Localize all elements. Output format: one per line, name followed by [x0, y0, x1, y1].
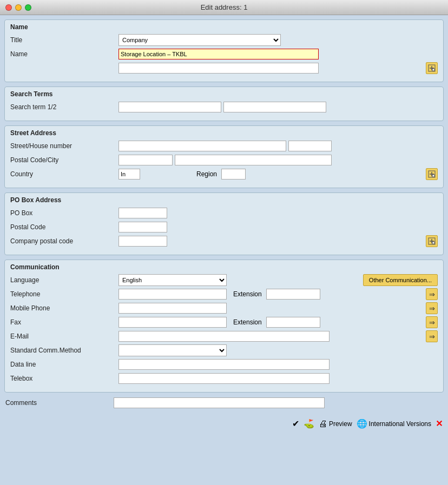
mobile-row: Mobile Phone ⇒ [10, 302, 438, 314]
name-icon-button[interactable] [426, 62, 438, 74]
data-line-row: Data line [10, 358, 438, 370]
title-select[interactable]: Company [118, 34, 281, 46]
fax-arrow-button[interactable]: ⇒ [426, 316, 438, 328]
x-icon: ✕ [436, 418, 443, 429]
printer-icon: 🖨 [319, 419, 327, 429]
company-postal-input[interactable] [118, 236, 167, 247]
telephone-arrow-button[interactable]: ⇒ [426, 288, 438, 300]
fax-row: Fax Extension ⇒ [10, 316, 438, 328]
language-row: Language English Other Communication... [10, 274, 438, 286]
comments-row: Comments [4, 397, 444, 409]
search-term1-input[interactable] [118, 102, 221, 112]
flag-icon: ⛳ [304, 418, 314, 429]
window-controls [5, 4, 31, 11]
search-term-label: Search term 1/2 [10, 103, 118, 111]
fax-controls: Extension ⇒ [118, 316, 438, 328]
po-box-row: PO Box [10, 207, 438, 219]
mobile-input[interactable] [118, 303, 227, 314]
name-controls [118, 49, 438, 59]
comments-label: Comments [5, 399, 114, 407]
name2-controls [118, 62, 438, 74]
po-box-label: PO Box [10, 209, 118, 217]
telephone-input[interactable] [118, 289, 227, 300]
po-postal-input[interactable] [118, 222, 167, 232]
main-content: Name Title Company Name [0, 15, 448, 415]
city-input[interactable] [175, 155, 332, 165]
name-section-title: Name [10, 23, 438, 31]
close-x-button[interactable]: ✕ [436, 418, 443, 429]
comments-controls [114, 397, 443, 408]
company-postal-label: Company postal code [10, 237, 118, 245]
fax-input[interactable] [118, 317, 227, 328]
title-controls: Company [118, 34, 438, 46]
std-comm-select[interactable] [118, 344, 227, 356]
svg-rect-3 [432, 69, 434, 71]
email-arrow-button[interactable]: ⇒ [426, 330, 438, 342]
other-communication-button[interactable]: Other Communication... [363, 274, 438, 286]
po-box-title: PO Box Address [10, 196, 438, 204]
data-line-input[interactable] [118, 359, 330, 370]
search-term-row: Search term 1/2 [10, 101, 438, 113]
street-input[interactable] [118, 141, 286, 151]
svg-rect-11 [432, 242, 434, 244]
street-label: Street/House number [10, 142, 118, 150]
std-comm-label: Standard Comm.Method [10, 347, 118, 354]
mobile-arrow-button[interactable]: ⇒ [426, 302, 438, 314]
house-number-input[interactable] [288, 141, 332, 151]
email-input[interactable] [118, 331, 330, 342]
company-postal-row: Company postal code [10, 235, 438, 247]
postal-code-input[interactable] [118, 155, 173, 165]
country-label: Country [10, 170, 118, 178]
po-box-input[interactable] [118, 208, 167, 218]
country-icon-button[interactable] [426, 168, 438, 180]
postal-row: Postal Code/City [10, 154, 438, 166]
title-label: Title [10, 36, 118, 44]
postal-controls [118, 155, 438, 165]
title-row: Title Company [10, 34, 438, 46]
telephone-controls: Extension ⇒ [118, 288, 438, 300]
po-box-icon-button[interactable] [426, 235, 438, 247]
checkmark-button[interactable]: ✔ [292, 418, 299, 429]
fax-ext-label: Extension [233, 318, 262, 326]
svg-rect-7 [432, 175, 434, 177]
preview-button[interactable]: 🖨 Preview [319, 419, 352, 429]
company-postal-controls [118, 235, 438, 247]
minimize-button[interactable] [15, 4, 22, 11]
region-input[interactable] [221, 169, 246, 180]
fax-label: Fax [10, 318, 118, 326]
language-select[interactable]: English [118, 274, 227, 286]
telephone-ext-input[interactable] [266, 289, 320, 300]
name-input[interactable] [118, 49, 319, 59]
window-title: Edit address: 1 [201, 3, 248, 11]
postal-label: Postal Code/City [10, 156, 118, 164]
street-row: Street/House number [10, 140, 438, 152]
comments-input[interactable] [114, 397, 325, 408]
telebox-controls [118, 373, 438, 384]
street-controls [118, 141, 438, 151]
country-input[interactable] [118, 169, 140, 180]
international-label: International Versions [369, 420, 431, 428]
flag-button[interactable]: ⛳ [304, 418, 314, 429]
search-terms-section: Search Terms Search term 1/2 [4, 87, 444, 121]
search-terms-title: Search Terms [10, 90, 438, 98]
email-label: E-Mail [10, 333, 118, 340]
data-line-label: Data line [10, 361, 118, 368]
name-label: Name [10, 50, 118, 58]
telebox-input[interactable] [118, 373, 330, 384]
search-term2-input[interactable] [223, 102, 326, 112]
po-box-section: PO Box Address PO Box Postal Code Compan… [4, 192, 444, 255]
preview-label: Preview [329, 420, 352, 428]
po-box-controls [118, 208, 438, 218]
fax-ext-input[interactable] [266, 317, 320, 328]
maximize-button[interactable] [25, 4, 31, 11]
name2-input[interactable] [118, 63, 319, 74]
country-row: Country Region [10, 168, 438, 180]
street-address-section: Street Address Street/House number Posta… [4, 125, 444, 188]
globe-icon: 🌐 [357, 418, 367, 429]
country-controls: Region [118, 168, 438, 180]
close-button[interactable] [5, 4, 12, 11]
telebox-row: Telebox [10, 373, 438, 384]
communication-title: Communication [10, 263, 438, 271]
po-postal-code-row: Postal Code [10, 221, 438, 233]
international-button[interactable]: 🌐 International Versions [357, 418, 431, 429]
